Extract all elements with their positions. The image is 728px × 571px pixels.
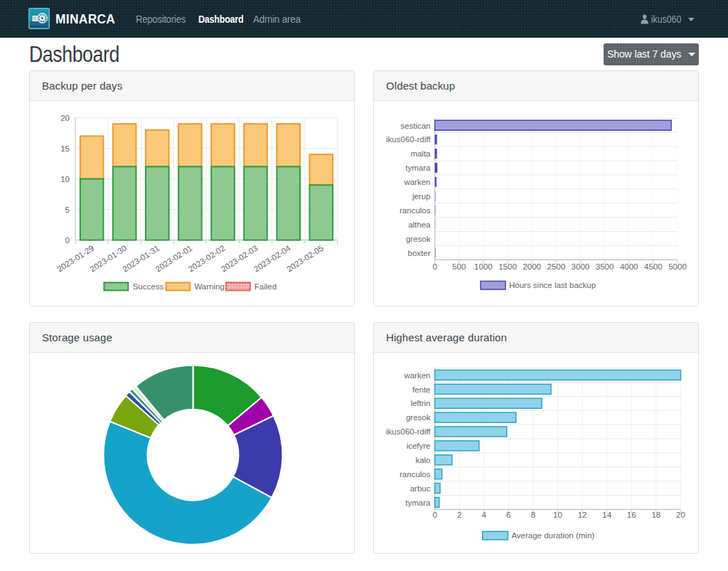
svg-text:15: 15 xyxy=(60,144,70,153)
svg-text:arbuc: arbuc xyxy=(410,484,431,493)
svg-text:6: 6 xyxy=(506,511,510,519)
svg-text:5: 5 xyxy=(65,206,70,214)
svg-text:8: 8 xyxy=(531,511,535,519)
svg-text:4500: 4500 xyxy=(644,262,663,271)
svg-text:4000: 4000 xyxy=(620,262,638,271)
svg-text:10: 10 xyxy=(553,511,562,519)
svg-text:16: 16 xyxy=(627,511,636,519)
svg-text:3000: 3000 xyxy=(572,262,590,271)
svg-text:0: 0 xyxy=(65,236,70,245)
svg-text:4: 4 xyxy=(482,511,487,519)
svg-text:fente: fente xyxy=(412,385,431,394)
svg-text:Warning: Warning xyxy=(194,282,224,291)
svg-text:20: 20 xyxy=(676,511,685,519)
svg-text:leftrin: leftrin xyxy=(410,399,430,407)
svg-text:warken: warken xyxy=(403,371,430,380)
svg-text:tymara: tymara xyxy=(405,164,431,172)
svg-text:0: 0 xyxy=(432,511,437,519)
svg-text:warken: warken xyxy=(403,178,430,186)
svg-text:3500: 3500 xyxy=(596,262,614,271)
svg-text:ranculos: ranculos xyxy=(400,206,431,215)
svg-text:10: 10 xyxy=(60,175,70,183)
svg-text:2500: 2500 xyxy=(547,262,566,271)
svg-text:500: 500 xyxy=(452,262,466,271)
svg-text:ikus060-rdiff: ikus060-rdiff xyxy=(386,427,431,436)
svg-text:Average duration (min): Average duration (min) xyxy=(511,531,594,540)
svg-text:12: 12 xyxy=(578,511,587,519)
svg-text:boxter: boxter xyxy=(408,249,431,257)
svg-text:1500: 1500 xyxy=(498,262,517,271)
svg-text:18: 18 xyxy=(651,511,660,519)
svg-text:gresok: gresok xyxy=(406,413,431,422)
svg-text:Hours since last backup: Hours since last backup xyxy=(509,281,596,289)
svg-text:icefyre: icefyre xyxy=(407,442,431,450)
svg-text:0: 0 xyxy=(432,262,437,271)
svg-text:1000: 1000 xyxy=(474,262,493,271)
svg-text:14: 14 xyxy=(602,511,611,519)
svg-text:Success: Success xyxy=(133,282,164,291)
svg-text:tymara: tymara xyxy=(405,498,431,507)
svg-text:ikus060-rdiff: ikus060-rdiff xyxy=(386,135,431,144)
svg-text:althea: althea xyxy=(408,220,431,229)
svg-text:2: 2 xyxy=(457,511,461,519)
svg-text:20: 20 xyxy=(60,114,70,122)
svg-text:sestican: sestican xyxy=(400,122,430,130)
svg-text:gresok: gresok xyxy=(406,235,431,243)
svg-text:2000: 2000 xyxy=(523,262,541,271)
svg-text:kalo: kalo xyxy=(415,456,430,464)
svg-text:5000: 5000 xyxy=(668,262,687,271)
svg-text:Failed: Failed xyxy=(255,282,277,291)
svg-text:jerup: jerup xyxy=(412,192,431,201)
svg-text:2023-02-05: 2023-02-05 xyxy=(285,244,325,274)
svg-text:ranculos: ranculos xyxy=(400,470,431,479)
svg-text:malta: malta xyxy=(410,149,431,158)
